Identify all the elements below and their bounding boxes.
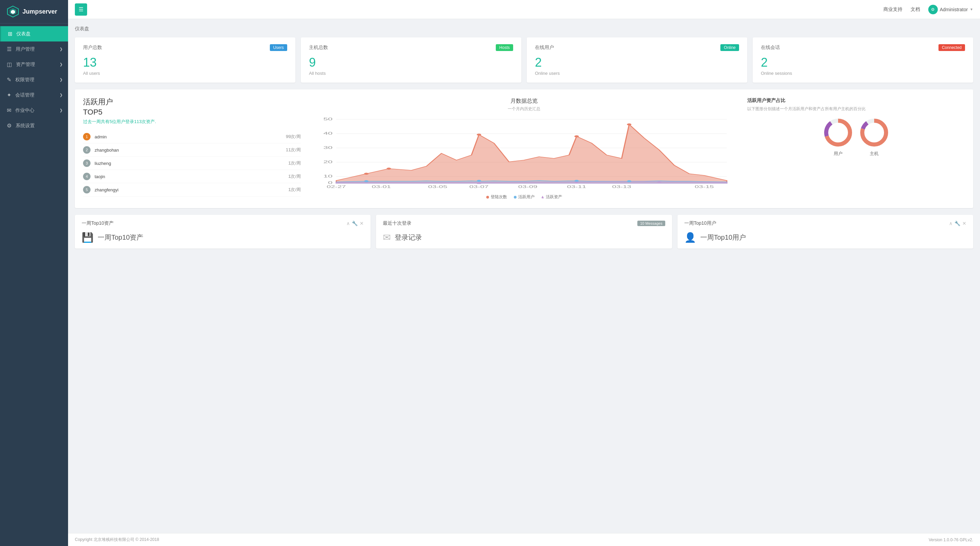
svg-point-21 <box>477 180 481 182</box>
stat-badge-users: Users <box>270 44 287 51</box>
sidebar-item-permissions[interactable]: ✎ 权限管理 ❯ <box>0 72 68 87</box>
chevron-right-icon: ❯ <box>60 47 63 51</box>
login-dot-icon <box>486 196 489 198</box>
stat-number-hosts: 9 <box>309 56 513 69</box>
active-users-top5: TOP5 <box>83 108 301 117</box>
footer: Copyright 北京堆栈科技有限公司 © 2014-2018 Version… <box>68 533 980 546</box>
jobs-icon: ✉ <box>7 107 11 114</box>
rank-badge-2: 2 <box>83 146 91 154</box>
rank-badge-3: 3 <box>83 159 91 167</box>
list-item: 5 zhangfengyi 1次/周 <box>83 183 301 197</box>
legend-login-label: 登陆次数 <box>491 194 507 200</box>
bottom-card-assets: 一周Top10资产 ∧ 🔧 ✕ 💾 一周Top10资产 <box>75 215 371 249</box>
stat-badge-hosts: Hosts <box>496 44 513 51</box>
chart-title: 月数据总览 <box>306 98 742 105</box>
menu-toggle-button[interactable]: ☰ <box>75 3 87 16</box>
active-users-dot-icon <box>514 196 517 198</box>
settings-icon[interactable]: 🔧 <box>352 221 358 226</box>
svg-text:0: 0 <box>328 181 333 185</box>
donut-section-title: 活跃用户资产占比 <box>747 98 965 104</box>
collapse-icon[interactable]: ∧ <box>949 221 953 226</box>
users-card-text: 一周Top10用户 <box>700 233 746 242</box>
stat-card-header: 用户总数 Users <box>83 44 287 51</box>
svg-point-20 <box>364 180 369 182</box>
login-card-text: 登录记录 <box>395 233 422 242</box>
sidebar-item-users[interactable]: ☰ 用户管理 ❯ <box>0 41 68 57</box>
desc-highlight: 113 <box>134 119 142 124</box>
svg-text:02-27: 02-27 <box>327 185 346 189</box>
svg-text:03-09: 03-09 <box>518 185 537 189</box>
sidebar-item-dashboard[interactable]: ⊞ 仪表盘 <box>0 26 68 41</box>
svg-text:03-01: 03-01 <box>372 185 391 189</box>
bottom-card-login: 最近十次登录 10 Messages ✉ 登录记录 <box>376 215 672 249</box>
donut-users-chart <box>823 117 853 148</box>
settings-icon[interactable]: 🔧 <box>955 221 960 226</box>
svg-text:03-13: 03-13 <box>612 185 631 189</box>
header: ☰ 商业支持 文档 ⚙ Administrator ▼ <box>68 0 980 19</box>
dashboard-icon: ⊞ <box>8 30 12 37</box>
stat-badge-connected: Connected <box>939 44 965 51</box>
chevron-right-icon: ❯ <box>60 108 63 113</box>
collapse-icon[interactable]: ∧ <box>347 221 350 226</box>
rank-count-3: 1次/周 <box>288 160 301 166</box>
close-icon[interactable]: ✕ <box>962 221 966 226</box>
main-area: ☰ 商业支持 文档 ⚙ Administrator ▼ 仪表盘 用户总数 Use… <box>68 0 980 546</box>
list-item: 1 admin 99次/周 <box>83 130 301 143</box>
svg-point-19 <box>627 124 631 125</box>
close-icon[interactable]: ✕ <box>360 221 364 226</box>
svg-text:03-11: 03-11 <box>567 185 586 189</box>
rank-badge-4: 4 <box>83 173 91 180</box>
sidebar-item-jobs[interactable]: ✉ 作业中心 ❯ <box>0 103 68 118</box>
bottom-card-assets-title: 一周Top10资产 <box>82 220 114 227</box>
assets-card-text: 一周Top10资产 <box>98 233 143 242</box>
stat-title: 用户总数 <box>83 44 102 51</box>
active-users-panel: 活跃用户 TOP5 过去一周共有5位用户登录113次资产. 1 admin 99… <box>83 98 301 200</box>
copyright: Copyright 北京堆栈科技有限公司 © 2014-2018 <box>75 537 159 543</box>
list-item: 2 zhangbohan 11次/周 <box>83 143 301 157</box>
sidebar-item-label: 系统设置 <box>16 123 35 129</box>
user-menu[interactable]: ⚙ Administrator ▼ <box>928 5 973 14</box>
sidebar-item-assets[interactable]: ◫ 资产管理 ❯ <box>0 57 68 72</box>
active-users-title: 活跃用户 <box>83 98 301 106</box>
bottom-card-top-users-body: 👤 一周Top10用户 <box>684 232 966 243</box>
chevron-right-icon: ❯ <box>60 93 63 97</box>
stat-badge-online: Online <box>721 44 739 51</box>
stat-card-header: 在线用户 Online <box>535 44 739 51</box>
bottom-card-assets-header: 一周Top10资产 ∧ 🔧 ✕ <box>82 220 364 227</box>
rank-count-5: 1次/周 <box>288 187 301 193</box>
legend-active-assets: 活跃资产 <box>541 194 562 200</box>
sidebar-item-label: 会话管理 <box>15 92 34 98</box>
rank-name-3: liuzheng <box>95 161 288 166</box>
rank-badge-5: 5 <box>83 186 91 194</box>
sidebar-item-label: 权限管理 <box>15 77 34 83</box>
sidebar-navigation: ⊞ 仪表盘 ☰ 用户管理 ❯ ◫ 资产管理 ❯ ✎ 权限管理 ❯ ✦ 会话管理 … <box>0 24 68 546</box>
stat-title: 在线用户 <box>535 44 554 51</box>
bottom-card-top-users-title: 一周Top10用户 <box>684 220 716 227</box>
business-support-link[interactable]: 商业支持 <box>883 6 902 13</box>
svg-text:10: 10 <box>323 174 332 178</box>
sidebar-item-label: 用户管理 <box>16 46 35 52</box>
rank-name-5: zhangfengyi <box>95 187 288 192</box>
chart-legend: 登陆次数 活跃用户 活跃资产 <box>306 194 742 200</box>
stat-card-hosts: 主机总数 Hosts 9 All hosts <box>301 37 521 83</box>
stat-title: 在线会话 <box>761 44 780 51</box>
sidebar-item-settings[interactable]: ⚙ 系统设置 <box>0 118 68 133</box>
donut-hosts-label: 主机 <box>859 151 889 157</box>
rank-count-2: 11次/周 <box>286 147 301 153</box>
svg-text:20: 20 <box>323 160 332 164</box>
rank-name-1: admin <box>95 134 286 140</box>
bottom-row: 一周Top10资产 ∧ 🔧 ✕ 💾 一周Top10资产 最近十次登录 10 Me… <box>75 215 973 249</box>
users-icon: ☰ <box>7 46 11 52</box>
stat-card-users: 用户总数 Users 13 All users <box>75 37 295 83</box>
donut-users: 用户 <box>823 117 853 157</box>
donut-section-subtitle: 以下图形分别描述一个月活跃用户和资产占所有用户主机的百分比 <box>747 106 965 112</box>
docs-link[interactable]: 文档 <box>911 6 920 13</box>
active-users-desc: 过去一周共有5位用户登录113次资产. <box>83 118 301 125</box>
login-card-icon: ✉ <box>383 232 391 243</box>
svg-text:40: 40 <box>323 131 332 135</box>
app-name: Jumpserver <box>22 8 57 15</box>
sidebar-item-label: 作业中心 <box>15 108 34 114</box>
list-item: 3 liuzheng 1次/周 <box>83 157 301 170</box>
sidebar-item-sessions[interactable]: ✦ 会话管理 ❯ <box>0 87 68 103</box>
svg-text:30: 30 <box>323 146 332 149</box>
